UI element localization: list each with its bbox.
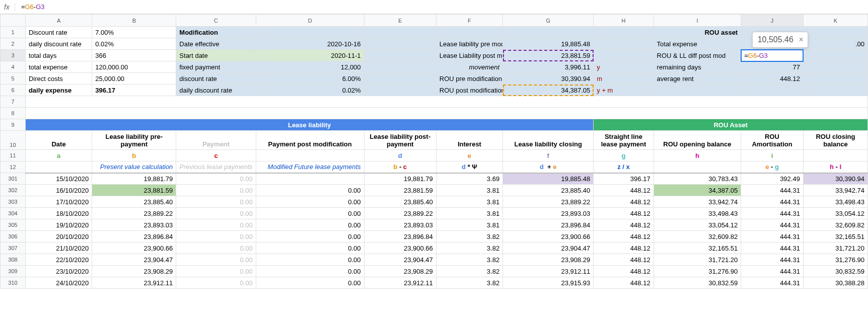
row-head-5[interactable]: 5 xyxy=(1,73,26,85)
cell[interactable]: 3.69 xyxy=(436,173,502,185)
cell[interactable]: 77 xyxy=(741,61,804,73)
colhdr[interactable]: Straight line lease payment xyxy=(594,131,654,150)
cell[interactable]: 31,276.90 xyxy=(803,254,867,266)
cell[interactable]: 30,783.43 xyxy=(654,173,741,185)
cell[interactable]: 0.00 xyxy=(176,242,256,254)
cell[interactable]: 30,832.59 xyxy=(803,266,867,277)
cell[interactable]: 19/10/2020 xyxy=(25,219,92,231)
cell[interactable]: 0.00 xyxy=(176,266,256,277)
cell[interactable]: ROU pre modification xyxy=(436,73,502,85)
cell[interactable]: total expense xyxy=(25,61,92,73)
row-head[interactable]: 309 xyxy=(1,266,26,277)
cell[interactable]: 31,276.90 xyxy=(654,266,741,277)
cell[interactable]: c xyxy=(176,150,256,161)
cell[interactable] xyxy=(256,27,364,38)
cell[interactable]: 23,885.40 xyxy=(503,185,594,196)
cell[interactable]: 448.12 xyxy=(594,254,654,266)
col-head-B[interactable]: B xyxy=(92,15,176,27)
cell[interactable]: 444.31 xyxy=(741,277,804,289)
cell[interactable] xyxy=(803,150,867,161)
cell[interactable] xyxy=(364,38,436,50)
row-head[interactable]: 302 xyxy=(1,185,26,196)
select-all-corner[interactable] xyxy=(1,15,26,27)
cell[interactable]: 392.49 xyxy=(741,173,804,185)
colhdr[interactable]: Payment xyxy=(176,131,256,150)
cell[interactable]: 448.12 xyxy=(741,73,804,85)
col-head-J[interactable]: J xyxy=(741,15,804,27)
cell[interactable] xyxy=(503,27,594,38)
col-head-I[interactable]: I xyxy=(654,15,741,27)
cell[interactable]: 0.00 xyxy=(256,185,364,196)
cell[interactable]: 33,498.43 xyxy=(654,208,741,219)
cell[interactable]: 23,904.47 xyxy=(503,242,594,254)
cell[interactable]: 23,904.47 xyxy=(92,254,176,266)
cell[interactable]: 30,390.94 xyxy=(503,73,594,85)
lease-liability-header[interactable]: Lease liability xyxy=(25,119,593,131)
cell[interactable] xyxy=(25,161,92,173)
cell[interactable]: 3.81 xyxy=(436,196,502,208)
cell[interactable]: 0.00 xyxy=(256,266,364,277)
cell[interactable]: 3.81 xyxy=(436,185,502,196)
row-head[interactable]: 303 xyxy=(1,196,26,208)
cell[interactable]: 448.12 xyxy=(594,196,654,208)
cell[interactable] xyxy=(803,27,867,38)
cell[interactable]: 19,881.79 xyxy=(364,173,436,185)
colhdr[interactable]: ROU closing balance xyxy=(803,131,867,150)
cell[interactable]: discount rate xyxy=(176,73,256,85)
cell[interactable]: average rent xyxy=(654,73,741,85)
cell[interactable]: 23,896.84 xyxy=(503,219,594,231)
cell[interactable]: 23,889.22 xyxy=(92,208,176,219)
cell[interactable]: y xyxy=(594,61,654,73)
cell[interactable]: 0.00 xyxy=(176,231,256,242)
row-head[interactable]: 307 xyxy=(1,242,26,254)
cell[interactable]: Start date xyxy=(176,50,256,61)
cell[interactable]: daily expense xyxy=(25,85,92,96)
cell[interactable]: 0.00 xyxy=(176,254,256,266)
cell[interactable]: 444.31 xyxy=(741,242,804,254)
cell[interactable]: m xyxy=(594,73,654,85)
cell[interactable]: 23/10/2020 xyxy=(25,266,92,277)
row-head[interactable]: 304 xyxy=(1,208,26,219)
colhdr[interactable]: Lease liability closing xyxy=(503,131,594,150)
cell[interactable]: g xyxy=(594,150,654,161)
cell[interactable]: d xyxy=(364,150,436,161)
cell[interactable]: y + m xyxy=(594,85,654,96)
row-head-4[interactable]: 4 xyxy=(1,61,26,73)
cell[interactable] xyxy=(364,27,436,38)
cell[interactable]: 25,000.00 xyxy=(92,73,176,85)
cell[interactable]: 0.00 xyxy=(176,185,256,196)
cell[interactable]: 23,893.03 xyxy=(364,219,436,231)
cell[interactable]: 15/10/2020 xyxy=(25,173,92,185)
cell[interactable]: 448.12 xyxy=(594,208,654,219)
cell[interactable]: 3.81 xyxy=(436,219,502,231)
cell[interactable]: 12,000 xyxy=(256,61,364,73)
cell[interactable]: ROU asset xyxy=(654,27,741,38)
cell[interactable]: 23,908.29 xyxy=(364,266,436,277)
cell[interactable]: 23,908.29 xyxy=(92,266,176,277)
cell[interactable]: 3.82 xyxy=(436,254,502,266)
cell[interactable]: 30,390.94 xyxy=(803,173,867,185)
colhdr[interactable]: Lease liability pre-payment xyxy=(92,131,176,150)
cell[interactable]: 444.31 xyxy=(741,208,804,219)
cell[interactable]: 444.31 xyxy=(741,219,804,231)
cell[interactable]: 33,942.74 xyxy=(803,185,867,196)
active-cell-J3[interactable]: 10,505.46 × =G6-G3 xyxy=(741,50,804,61)
cell[interactable]: Date effective xyxy=(176,38,256,50)
cell[interactable]: 7.00% xyxy=(92,27,176,38)
row-head[interactable]: 306 xyxy=(1,231,26,242)
cell[interactable]: 0.00 xyxy=(176,277,256,289)
cell[interactable]: Total expense xyxy=(654,38,741,50)
cell[interactable]: Modified Future lease payments xyxy=(256,161,364,173)
col-head-D[interactable]: D xyxy=(256,15,364,27)
cell[interactable]: Lease liability pre modification xyxy=(436,38,502,50)
cell[interactable]: 3.82 xyxy=(436,242,502,254)
col-head-F[interactable]: F xyxy=(436,15,502,27)
cell[interactable] xyxy=(594,50,654,61)
cell[interactable]: 3.82 xyxy=(436,266,502,277)
cell[interactable] xyxy=(803,61,867,73)
cell[interactable]: 396.17 xyxy=(92,85,176,96)
formula-content[interactable]: =G6-G3 xyxy=(21,3,45,11)
cell[interactable]: 23,896.84 xyxy=(92,231,176,242)
cell[interactable]: 444.31 xyxy=(741,231,804,242)
cell[interactable]: 34,387.05 xyxy=(654,185,741,196)
